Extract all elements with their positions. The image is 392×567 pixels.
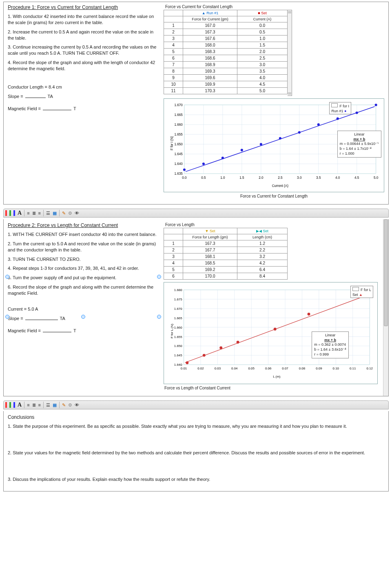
table-row[interactable]: 2167.30.5 [164,29,288,36]
image-icon[interactable]: ▦ [53,211,57,216]
table-cell[interactable]: 167.6 [183,36,237,42]
font-button[interactable]: A [18,210,22,216]
pin-icon[interactable]: ✎ [62,402,66,408]
magfield-blank[interactable] [43,332,71,332]
table-cell[interactable]: 6.4 [237,267,288,273]
table-cell[interactable]: 167.3 [183,29,237,36]
eye-icon[interactable]: 👁 [75,402,79,407]
table-cell[interactable]: 168.1 [183,253,237,260]
align-center-icon[interactable]: ≣ [32,402,36,408]
table-row[interactable]: 1167.31.2 [164,240,288,247]
table-cell[interactable]: 9 [164,75,183,81]
table-cell[interactable]: 1.5 [237,42,288,49]
table-cell[interactable]: 3.2 [237,253,288,260]
chart1-legend[interactable]: F for I Run #1 ● [329,102,351,114]
table-cell[interactable]: 170.3 [183,88,237,94]
color-red-icon[interactable] [5,210,7,216]
color-green-icon[interactable] [9,402,11,408]
table-row[interactable]: 7168.93.0 [164,62,288,68]
table-cell[interactable]: 2 [164,29,183,36]
selection-handle[interactable] [5,315,9,319]
table-row[interactable]: 10169.94.5 [164,81,288,88]
table-row[interactable]: 11170.35.0 [164,88,288,94]
table-row[interactable]: 1167.00.0 [164,22,288,29]
table-cell[interactable]: 168.6 [183,55,237,62]
table-cell[interactable]: 167.7 [183,247,237,253]
table-cell[interactable]: 169.6 [183,75,237,81]
conclusions-section[interactable]: Conclusions 1. State the purpose of this… [3,411,389,491]
table-cell[interactable]: 0.5 [237,29,288,36]
list-icon[interactable]: ☰ [46,402,50,408]
chart2-fitbox[interactable]: Linear mx + b m = 0.362 ± 0.0074 b = 1.6… [312,331,349,358]
table-row[interactable]: 4168.54.2 [164,260,288,267]
table-cell[interactable]: 2 [164,247,183,253]
table1-scrollbar[interactable] [288,10,292,96]
slope-blank[interactable] [25,320,58,320]
table-cell[interactable]: 4.0 [237,75,288,81]
table-cell[interactable]: 168.3 [183,49,237,55]
table-cell[interactable]: 4 [164,260,183,267]
table-row[interactable]: 6170.08.4 [164,273,288,280]
align-left-icon[interactable]: ≡ [27,211,29,216]
table-force-length[interactable]: ▼ Set ▶◀ Set Force for Length (gm)Length… [164,228,288,280]
table-cell[interactable]: 4.2 [237,260,288,267]
align-right-icon[interactable]: ≡ [38,402,41,407]
eye-icon[interactable]: 👁 [75,211,79,216]
table-row[interactable]: 3168.13.2 [164,253,288,260]
table-cell[interactable]: 167.0 [183,22,237,29]
table-cell[interactable]: 5 [164,49,183,55]
edit-toolbar-1[interactable]: A ≡ ≣ ≡ ☰ ▦ ✎ ⚙ 👁 [3,209,389,218]
table-row[interactable]: 2167.72.2 [164,247,288,253]
table-cell[interactable]: 168.0 [183,42,237,49]
table-cell[interactable]: 2.2 [237,247,288,253]
table-row[interactable]: 3167.61.0 [164,36,288,42]
table-cell[interactable]: 2.5 [237,55,288,62]
table-cell[interactable]: 4 [164,42,183,49]
table-cell[interactable]: 6 [164,55,183,62]
table-row[interactable]: 8169.33.5 [164,68,288,75]
section2-scrollbar[interactable] [383,219,388,396]
align-right-icon[interactable]: ≡ [38,211,41,216]
gear-icon[interactable]: ⚙ [68,211,72,216]
color-red-icon[interactable] [5,402,7,408]
table-cell[interactable]: 3 [164,253,183,260]
selection-handle[interactable] [157,275,161,279]
color-blue-icon[interactable] [13,210,15,216]
magfield-blank[interactable] [43,110,71,110]
table-cell[interactable]: 169.3 [183,68,237,75]
chart-force-length[interactable]: 1.6801.6751.6701.6651.6601.6551.6501.645… [164,282,378,384]
table-cell[interactable]: 169.9 [183,81,237,88]
table-cell[interactable]: 5 [164,267,183,273]
table-row[interactable]: 9169.64.0 [164,75,288,81]
table-cell[interactable]: 0.0 [237,22,288,29]
table-cell[interactable]: 167.3 [183,240,237,247]
chart-force-current[interactable]: 1.6701.6651.6601.6551.6501.6451.6401.635… [164,98,384,192]
table-cell[interactable]: 6 [164,273,183,280]
table-cell[interactable]: 169.2 [183,267,237,273]
table-row[interactable]: 6168.62.5 [164,55,288,62]
table-row[interactable]: 5168.32.0 [164,49,288,55]
table-cell[interactable]: 7 [164,62,183,68]
table-cell[interactable]: 1.2 [237,240,288,247]
table-cell[interactable]: 1 [164,22,183,29]
selection-handle[interactable] [157,315,161,319]
table-cell[interactable]: 170.0 [183,273,237,280]
table-cell[interactable]: 8 [164,68,183,75]
table-cell[interactable]: 1.0 [237,36,288,42]
table-cell[interactable]: 4.5 [237,81,288,88]
selection-handle[interactable] [81,315,85,319]
table-force-current[interactable]: ▲ Run #1 ■ Set Force for Current (gm)Cur… [164,10,288,94]
table-row[interactable]: 5169.26.4 [164,267,288,273]
table-cell[interactable]: 5.0 [237,88,288,94]
pin-icon[interactable]: ✎ [62,211,66,216]
list-icon[interactable]: ☰ [46,211,50,216]
table-cell[interactable]: 10 [164,81,183,88]
table-cell[interactable]: 2.0 [237,49,288,55]
slope-blank[interactable] [25,98,46,98]
gear-icon[interactable]: ⚙ [68,402,72,408]
table-cell[interactable]: 3 [164,36,183,42]
image-icon[interactable]: ▦ [53,402,57,408]
font-button[interactable]: A [18,402,22,408]
edit-toolbar-2[interactable]: A ≡ ≣ ≡ ☰ ▦ ✎ ⚙ 👁 [3,400,389,409]
align-center-icon[interactable]: ≣ [32,211,36,216]
